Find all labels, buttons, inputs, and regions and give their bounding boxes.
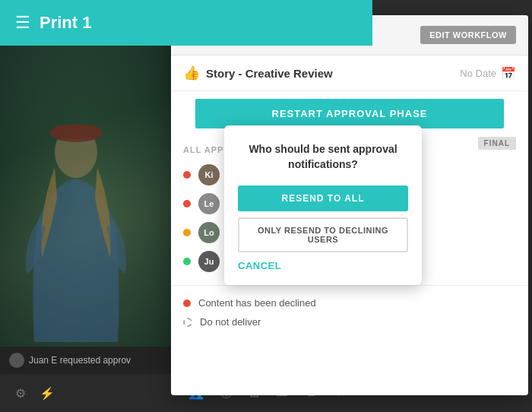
user-icon <box>9 353 24 368</box>
thumbs-up-icon: 👍 <box>183 65 200 81</box>
no-deliver-status-row: Do not deliver <box>183 312 516 331</box>
no-date-label: No Date <box>460 68 496 79</box>
no-deliver-dot <box>183 318 192 327</box>
resend-to-all-button[interactable]: RESEND TO ALL <box>238 185 408 211</box>
story-header: 👍 Story - Creative Review No Date 📅 <box>171 55 528 91</box>
lightning-icon[interactable]: ⚡ <box>40 386 55 401</box>
declined-status-row: Content has been declined <box>183 293 516 312</box>
approval-notification-modal: Who should be sent approval notification… <box>224 125 422 285</box>
restart-approval-button[interactable]: RESTART APPROVAL PHASE <box>195 99 504 128</box>
person-silhouette <box>15 122 137 350</box>
status-section: Content has been declined Do not deliver <box>171 285 528 339</box>
declined-text: Content has been declined <box>198 297 316 309</box>
notification-text: Juan E requested approv <box>29 355 131 366</box>
approver-status-dot-2 <box>183 200 191 208</box>
notification-bar: Juan E requested approv <box>0 347 175 374</box>
svg-rect-2 <box>53 125 99 139</box>
edit-workflow-button[interactable]: EDIT WORKFLOW <box>420 26 516 44</box>
app-header: ☰ Print 1 <box>0 0 372 46</box>
story-left: 👍 Story - Creative Review <box>183 65 333 81</box>
story-right: No Date 📅 <box>460 66 516 81</box>
calendar-icon[interactable]: 📅 <box>501 66 516 81</box>
story-name: Story - Creative Review <box>206 67 333 80</box>
final-badge: FINAL <box>478 137 516 150</box>
approver-status-dot-1 <box>183 171 191 179</box>
approver-status-dot-3 <box>183 229 191 236</box>
declined-dot <box>183 299 191 307</box>
approver-avatar-2: Le <box>198 193 220 214</box>
cancel-button[interactable]: CANCEL <box>238 260 281 271</box>
approver-status-dot-4 <box>183 258 191 265</box>
approver-avatar-4: Ju <box>198 251 220 272</box>
approver-avatar-3: Lo <box>198 222 220 243</box>
no-deliver-text: Do not deliver <box>200 316 261 328</box>
photo-area <box>0 46 175 350</box>
approver-avatar-1: Ki <box>198 164 220 185</box>
app-title: Print 1 <box>40 13 91 33</box>
resend-declining-button[interactable]: ONLY RESEND TO DECLINING USERS <box>238 217 408 252</box>
settings-icon[interactable]: ⚙ <box>15 386 26 401</box>
modal-question-text: Who should be sent approval notification… <box>238 142 408 172</box>
app-logo-icon: ☰ <box>15 13 30 33</box>
toolbar-left-group: ⚙ ⚡ <box>15 386 55 401</box>
